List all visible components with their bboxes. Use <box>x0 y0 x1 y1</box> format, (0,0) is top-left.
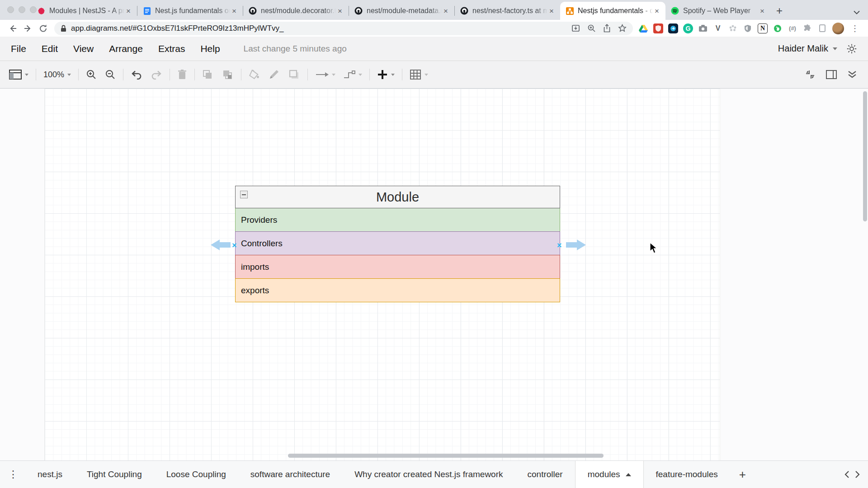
connect-arrow-right-icon[interactable] <box>566 239 586 251</box>
menu-file[interactable]: File <box>11 43 26 54</box>
grammarly-icon[interactable]: G <box>683 23 693 33</box>
zoom-page-icon[interactable] <box>587 24 596 33</box>
table-button[interactable] <box>410 69 428 80</box>
browser-tab-nest-factory[interactable]: nest/nest-factory.ts at master × <box>455 2 560 20</box>
redo-button[interactable] <box>151 70 162 80</box>
lock-icon[interactable] <box>61 25 66 32</box>
pages-scroll-right-icon[interactable] <box>854 470 861 479</box>
to-front-button[interactable] <box>202 69 214 80</box>
tab-overflow-chevron-icon[interactable] <box>854 10 860 14</box>
close-window-button[interactable] <box>7 6 14 13</box>
google-drive-icon[interactable] <box>638 23 648 33</box>
share-icon[interactable] <box>603 24 611 33</box>
zoom-level-value[interactable]: 100% <box>43 70 64 80</box>
connect-arrow-left-icon[interactable] <box>211 239 231 251</box>
menu-arrange[interactable]: Arrange <box>109 43 143 54</box>
address-bar[interactable]: app.diagrams.net/#G1OxbsE7l1skFPrteRO9Iz… <box>54 22 633 35</box>
line-color-button[interactable] <box>269 69 280 80</box>
vertical-scrollbar[interactable] <box>863 91 867 221</box>
waypoint-style-button[interactable] <box>344 70 362 79</box>
format-panel-toggle-button[interactable] <box>826 70 837 80</box>
collapse-toolbar-chevrons-icon[interactable] <box>847 70 857 79</box>
menu-help[interactable]: Help <box>200 43 220 54</box>
view-panels-button[interactable] <box>9 69 28 80</box>
chrome-menu-icon[interactable]: ⋮ <box>849 23 861 33</box>
shield-icon[interactable] <box>743 23 753 33</box>
connect-point-x-left[interactable]: × <box>232 241 237 249</box>
tab-close-icon[interactable]: × <box>547 7 556 15</box>
tab-close-icon[interactable]: × <box>230 7 238 15</box>
module-swimlane-shape[interactable]: Module Providers Controllers imports exp… <box>235 186 560 302</box>
menu-view[interactable]: View <box>73 43 94 54</box>
zoom-in-button[interactable] <box>86 69 97 80</box>
page-tab-modules-active[interactable]: modules <box>575 461 644 488</box>
undo-button[interactable] <box>131 70 142 80</box>
adblock-shield-icon[interactable] <box>653 23 663 33</box>
back-button[interactable] <box>8 24 17 33</box>
browser-tab-module-decorator[interactable]: nest/module.decorator.ts at m × <box>243 2 349 20</box>
menu-extras[interactable]: Extras <box>158 43 185 54</box>
menu-edit[interactable]: Edit <box>42 43 58 54</box>
notion-icon[interactable]: N <box>758 23 768 33</box>
theme-sun-icon[interactable] <box>846 43 857 54</box>
delete-button[interactable] <box>177 69 187 80</box>
to-back-button[interactable] <box>222 69 234 80</box>
page-tab-controller[interactable]: controller <box>515 461 575 488</box>
module-row-providers[interactable]: Providers <box>235 208 560 232</box>
browser-tab-fundamentals-outline[interactable]: Nest.js fundamentals outline - × <box>137 2 243 20</box>
horizontal-scrollbar[interactable] <box>288 454 604 458</box>
last-change-status[interactable]: Last change 5 minutes ago <box>244 44 347 54</box>
connection-arrow-style-button[interactable] <box>315 71 335 78</box>
browser-tab-diagrams-active[interactable]: Nestjs fundamentals - diagram × <box>560 2 665 20</box>
page-tab-feature-modules[interactable]: feature-modules <box>644 461 730 488</box>
url-text[interactable]: app.diagrams.net/#G1OxbsE7l1skFPrteRO9Iz… <box>71 24 571 33</box>
pages-menu-kebab-icon[interactable]: ⋮ <box>0 461 25 488</box>
module-row-exports[interactable]: exports <box>235 278 560 302</box>
pages-scroll-left-icon[interactable] <box>844 470 850 479</box>
browser-tab-module-metadata[interactable]: nest/module-metadata.interfac × <box>349 2 454 20</box>
v-letter-icon[interactable]: V <box>713 23 723 33</box>
user-chevron-down-icon[interactable] <box>833 47 837 50</box>
camera-icon[interactable] <box>698 23 708 33</box>
tab-close-icon[interactable]: × <box>124 7 132 15</box>
share-arrow-extension-icon[interactable] <box>668 23 678 33</box>
new-tab-button[interactable]: + <box>771 5 788 16</box>
forward-button[interactable] <box>24 24 33 33</box>
install-app-icon[interactable] <box>571 24 580 33</box>
add-page-button[interactable]: + <box>730 461 755 488</box>
module-row-imports[interactable]: imports <box>235 255 560 279</box>
flower-icon[interactable] <box>728 23 738 33</box>
fill-color-button[interactable] <box>249 69 260 80</box>
page-tab-chevron-up-icon[interactable] <box>626 473 631 476</box>
code-braces-icon[interactable]: (#) <box>788 23 797 33</box>
profile-avatar[interactable] <box>832 23 844 34</box>
minimize-window-button[interactable] <box>19 6 25 13</box>
device-frame-icon[interactable] <box>817 23 827 33</box>
module-row-controllers[interactable]: Controllers <box>235 231 560 255</box>
tab-close-icon[interactable]: × <box>758 7 766 15</box>
zoom-out-button[interactable] <box>105 69 116 80</box>
reload-button[interactable] <box>39 24 48 33</box>
browser-tab-nestjs-docs[interactable]: Modules | NestJS - A progress × <box>32 2 137 20</box>
tab-close-icon[interactable]: × <box>336 7 344 15</box>
tab-close-icon[interactable]: × <box>442 7 450 15</box>
insert-button[interactable] <box>377 69 395 80</box>
diagram-canvas[interactable]: Module Providers Controllers imports exp… <box>0 89 868 460</box>
collapse-shape-button[interactable] <box>240 191 248 198</box>
shadow-button[interactable] <box>288 69 300 80</box>
page-tab-tight-coupling[interactable]: Tight Coupling <box>75 461 154 488</box>
connect-point-x-right[interactable]: × <box>557 241 562 249</box>
user-menu[interactable]: Haider Malik <box>778 43 828 54</box>
browser-tab-spotify[interactable]: Spotify – Web Player × <box>665 2 771 20</box>
evernote-icon[interactable] <box>773 23 783 33</box>
page-tab-loose-coupling[interactable]: Loose Coupling <box>154 461 238 488</box>
bookmark-star-icon[interactable] <box>618 24 627 33</box>
page-tab-why-creator[interactable]: Why creator created Nest.js framework <box>342 461 515 488</box>
extensions-puzzle-icon[interactable] <box>802 23 812 33</box>
page-tab-nestjs[interactable]: nest.js <box>25 461 75 488</box>
zoom-level-dropdown[interactable]: 100% <box>43 70 71 80</box>
page-tab-software-architecture[interactable]: software architecture <box>238 461 342 488</box>
tab-close-icon[interactable]: × <box>653 7 661 15</box>
fit-page-button[interactable] <box>805 69 816 80</box>
module-header[interactable]: Module <box>235 186 560 208</box>
